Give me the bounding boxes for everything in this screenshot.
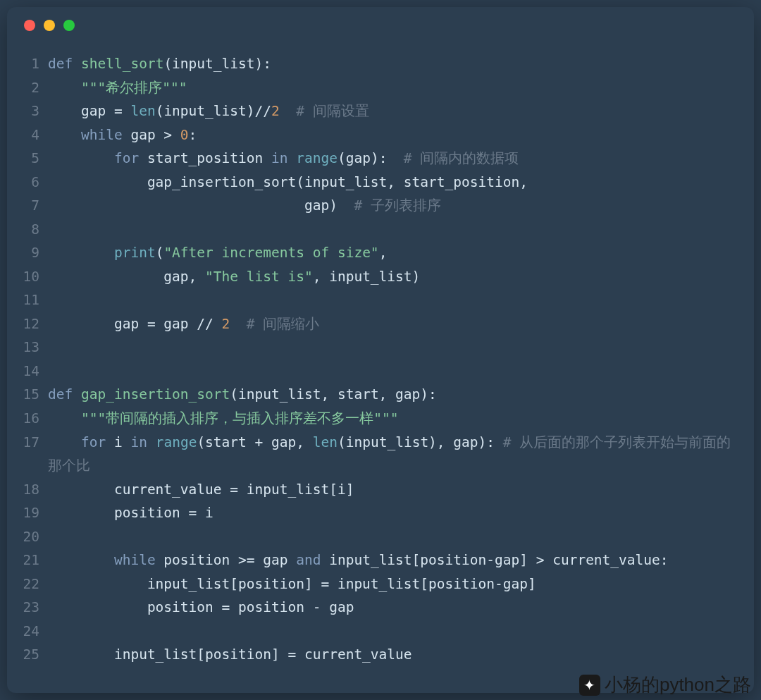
- code-line: 23 position = position - gap: [20, 596, 741, 620]
- wechat-icon: ✦: [579, 675, 600, 696]
- code-line: 2 """希尔排序""": [20, 76, 741, 100]
- line-number: 19: [20, 501, 48, 525]
- code-content: print("After increments of size",: [48, 241, 741, 265]
- line-number: 4: [20, 123, 48, 147]
- code-content: [48, 288, 741, 312]
- line-number: 16: [20, 407, 48, 431]
- code-content: gap, "The list is", input_list): [48, 265, 741, 289]
- line-number: 9: [20, 241, 48, 265]
- close-dot-icon[interactable]: [24, 20, 35, 31]
- line-number: 8: [20, 218, 48, 242]
- line-number: 12: [20, 312, 48, 336]
- code-content: def gap_insertion_sort(input_list, start…: [48, 383, 741, 407]
- code-line: 12 gap = gap // 2 # 间隔缩小: [20, 312, 741, 336]
- line-number: 11: [20, 288, 48, 312]
- window-titlebar: [7, 7, 754, 44]
- code-line: 8: [20, 218, 741, 242]
- code-line: 4 while gap > 0:: [20, 123, 741, 147]
- line-number: 6: [20, 171, 48, 195]
- code-content: """希尔排序""": [48, 76, 741, 100]
- line-number: 14: [20, 360, 48, 383]
- code-content: [48, 525, 741, 549]
- watermark-text: 小杨的python之路: [605, 673, 751, 697]
- code-line: 16 """带间隔的插入排序，与插入排序差不多一样""": [20, 407, 741, 431]
- code-content: while gap > 0:: [48, 123, 741, 147]
- code-line: 20: [20, 525, 741, 549]
- code-content: while position >= gap and input_list[pos…: [48, 548, 741, 572]
- code-content: """带间隔的插入排序，与插入排序差不多一样""": [48, 407, 741, 431]
- code-line: 13: [20, 336, 741, 360]
- line-number: 10: [20, 265, 48, 289]
- code-line: 6 gap_insertion_sort(input_list, start_p…: [20, 171, 741, 195]
- code-line: 1def shell_sort(input_list):: [20, 52, 741, 76]
- code-content: input_list[position] = input_list[positi…: [48, 572, 741, 596]
- line-number: 22: [20, 572, 48, 596]
- code-content: current_value = input_list[i]: [48, 478, 741, 502]
- code-line: 5 for start_position in range(gap): # 间隔…: [20, 147, 741, 171]
- code-content: gap = gap // 2 # 间隔缩小: [48, 312, 741, 336]
- code-content: position = position - gap: [48, 596, 741, 620]
- code-line: 22 input_list[position] = input_list[pos…: [20, 572, 741, 596]
- line-number: 18: [20, 478, 48, 502]
- code-line: 25 input_list[position] = current_value: [20, 643, 741, 667]
- line-number: 3: [20, 99, 48, 123]
- line-number: 23: [20, 596, 48, 620]
- code-line: 10 gap, "The list is", input_list): [20, 265, 741, 289]
- code-content: [48, 360, 741, 383]
- code-line: 24: [20, 620, 741, 644]
- line-number: 1: [20, 52, 48, 76]
- code-line: 14: [20, 360, 741, 383]
- code-line: 21 while position >= gap and input_list[…: [20, 548, 741, 572]
- code-content: gap) # 子列表排序: [48, 194, 741, 218]
- code-content: def shell_sort(input_list):: [48, 52, 741, 76]
- line-number: 25: [20, 643, 48, 667]
- code-line: 19 position = i: [20, 501, 741, 525]
- code-editor: 1def shell_sort(input_list):2 """希尔排序"""…: [7, 44, 754, 680]
- code-content: [48, 336, 741, 360]
- line-number: 7: [20, 194, 48, 218]
- code-content: gap_insertion_sort(input_list, start_pos…: [48, 171, 741, 195]
- code-line: 18 current_value = input_list[i]: [20, 478, 741, 502]
- line-number: 20: [20, 525, 48, 549]
- line-number: 24: [20, 620, 48, 644]
- code-line: 17 for i in range(start + gap, len(input…: [20, 431, 741, 478]
- code-content: [48, 218, 741, 242]
- line-number: 21: [20, 548, 48, 572]
- line-number: 2: [20, 76, 48, 100]
- code-content: gap = len(input_list)//2 # 间隔设置: [48, 99, 741, 123]
- code-line: 3 gap = len(input_list)//2 # 间隔设置: [20, 99, 741, 123]
- code-line: 11: [20, 288, 741, 312]
- code-content: [48, 620, 741, 644]
- code-content: for start_position in range(gap): # 间隔内的…: [48, 147, 741, 171]
- line-number: 13: [20, 336, 48, 360]
- line-number: 5: [20, 147, 48, 171]
- code-line: 9 print("After increments of size",: [20, 241, 741, 265]
- watermark: ✦ 小杨的python之路: [579, 673, 751, 697]
- code-content: position = i: [48, 501, 741, 525]
- maximize-dot-icon[interactable]: [63, 20, 75, 31]
- code-content: for i in range(start + gap, len(input_li…: [48, 431, 741, 478]
- code-content: input_list[position] = current_value: [48, 643, 741, 667]
- code-line: 15def gap_insertion_sort(input_list, sta…: [20, 383, 741, 407]
- code-window: 1def shell_sort(input_list):2 """希尔排序"""…: [7, 7, 754, 693]
- minimize-dot-icon[interactable]: [44, 20, 55, 31]
- code-line: 7 gap) # 子列表排序: [20, 194, 741, 218]
- line-number: 17: [20, 431, 48, 478]
- line-number: 15: [20, 383, 48, 407]
